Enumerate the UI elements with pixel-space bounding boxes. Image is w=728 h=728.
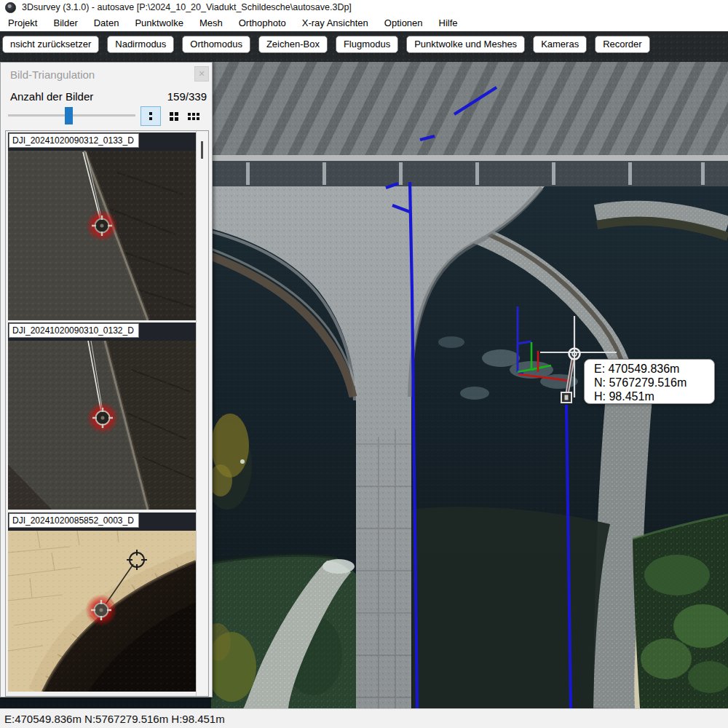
grid-3x2-icon — [188, 113, 199, 120]
tooltip-height: H: 98.451m — [594, 389, 714, 403]
menu-xray-ansichten[interactable]: X-ray Ansichten — [299, 16, 371, 30]
view-grid-3x2-button[interactable] — [183, 109, 204, 123]
app-icon — [5, 2, 16, 13]
image-count-label: Anzahl der Bilder — [10, 90, 93, 103]
menu-hilfe[interactable]: Hilfe — [436, 16, 461, 30]
thumbnail-image-3[interactable] — [8, 531, 196, 692]
window-title: 3Dsurvey (3.1.0) - autosave [P:\2024_10_… — [22, 2, 352, 12]
thumbnail-item[interactable]: DJI_20241020090310_0132_D — [8, 323, 196, 513]
thumbnail-list: DJI_20241020090312_0133_D — [5, 130, 209, 697]
panel-title: Bild-Triangulation — [10, 68, 95, 81]
grid-2x2-icon — [170, 112, 178, 121]
status-bar: E:470549.836m N:5767279.516m H:98.451m — [0, 708, 728, 728]
scrollbar-thumb[interactable] — [201, 141, 203, 159]
menu-bar: Projekt Bilder Daten Punktwolke Mesh Ort… — [0, 15, 728, 31]
thumbnail-scrollbar[interactable] — [196, 131, 207, 696]
menu-punktwolke[interactable]: Punktwolke — [132, 16, 186, 30]
reset-view-button[interactable]: nsicht zurücksetzer — [2, 36, 99, 53]
view-grid-2x2-button[interactable] — [166, 109, 182, 123]
draw-box-button[interactable]: Zeichen-Box — [258, 36, 328, 53]
shadow-bank — [412, 507, 610, 708]
menu-mesh[interactable]: Mesh — [197, 16, 226, 30]
thumbnail-label-bar: DJI_20241020090312_0133_D — [8, 132, 196, 151]
thumbnail-item[interactable]: DJI_20241020090312_0133_D — [8, 132, 196, 323]
thumbnail-image-2[interactable] — [8, 341, 196, 510]
cameras-button[interactable]: Kameras — [533, 36, 587, 53]
menu-bilder[interactable]: Bilder — [50, 16, 80, 30]
recorder-button[interactable]: Recorder — [595, 36, 649, 53]
vegetation-right — [633, 515, 728, 708]
image-count-value: 159/339 — [167, 90, 207, 103]
title-bar: 3Dsurvey (3.1.0) - autosave [P:\2024_10_… — [0, 0, 728, 15]
thumbnail-item[interactable]: DJI_20241020085852_0003_D — [8, 513, 196, 695]
thumbnail-label-bar: DJI_20241020090310_0132_D — [8, 323, 196, 341]
coordinate-tooltip: E: 470549.836m N: 5767279.516m H: 98.451… — [584, 359, 715, 404]
thumbnail-filename[interactable]: DJI_20241020085852_0003_D — [9, 513, 139, 528]
ortho-mode-button[interactable]: Orthomodus — [182, 36, 250, 53]
thumbnail-filename[interactable]: DJI_20241020090312_0133_D — [9, 133, 139, 148]
pointcloud-meshes-button[interactable]: Punktwolke und Meshes — [406, 36, 525, 53]
nadir-mode-button[interactable]: Nadirmodus — [107, 36, 174, 53]
tooltip-northing: N: 5767279.516m — [594, 376, 714, 389]
menu-projekt[interactable]: Projekt — [5, 16, 40, 30]
thumbnail-image-1[interactable] — [8, 151, 196, 320]
single-column-icon — [149, 112, 152, 120]
tooltip-easting: E: 470549.836m — [594, 362, 714, 376]
menu-daten[interactable]: Daten — [91, 16, 122, 30]
thumbnail-filename[interactable]: DJI_20241020090310_0132_D — [9, 323, 139, 338]
status-coordinates: E:470549.836m N:5767279.516m H:98.451m — [4, 713, 225, 725]
menu-optionen[interactable]: Optionen — [381, 16, 426, 30]
thumbnail-label-bar: DJI_20241020085852_0003_D — [8, 513, 196, 531]
view-single-column-button[interactable] — [141, 106, 161, 126]
bild-triangulation-panel: Bild-Triangulation ✕ Anzahl der Bilder 1… — [0, 62, 213, 697]
image-count-slider-handle[interactable] — [65, 107, 73, 124]
flight-mode-button[interactable]: Flugmodus — [336, 36, 398, 53]
viewport-toolbar: nsicht zurücksetzer Nadirmodus Orthomodu… — [2, 36, 650, 53]
panel-close-button[interactable]: ✕ — [194, 66, 209, 82]
menu-orthophoto[interactable]: Orthophoto — [236, 16, 289, 30]
